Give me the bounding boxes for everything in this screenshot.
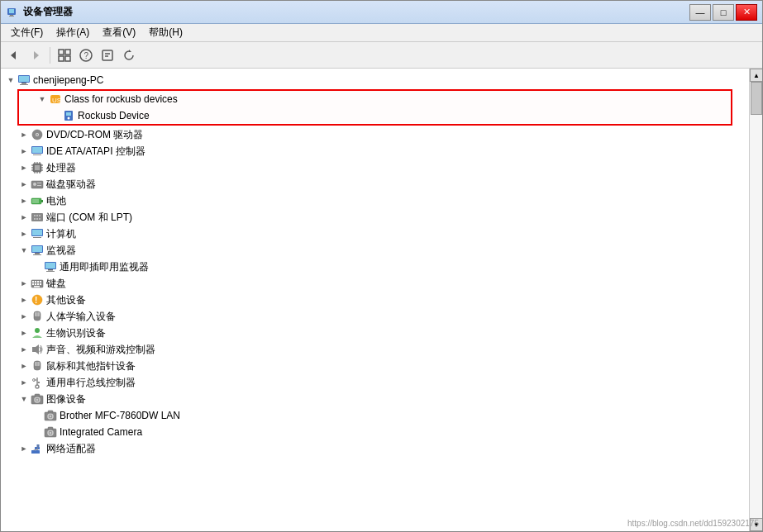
back-button[interactable] — [4, 45, 24, 65]
svg-rect-109 — [36, 450, 40, 454]
tree-node-battery[interactable]: ► 电池 — [1, 192, 749, 209]
svg-rect-23 — [66, 112, 71, 116]
svg-rect-73 — [37, 281, 39, 283]
svg-rect-2 — [10, 15, 13, 16]
svg-rect-107 — [48, 427, 53, 430]
mouse-expander[interactable]: ► — [17, 358, 31, 374]
svg-point-106 — [50, 432, 52, 435]
minimize-button[interactable]: — — [689, 4, 711, 21]
svg-point-98 — [36, 399, 39, 401]
tree-node-ide[interactable]: ► IDE ATA/ATAPI 控制器 — [1, 143, 749, 159]
tree-node-com[interactable]: ► 端口 (COM 和 LPT) — [1, 209, 749, 226]
tree-root[interactable]: ▼ chenjiepeng-PC — [1, 72, 749, 88]
tree-node-imaging[interactable]: ▼ 图像设备 — [1, 391, 749, 407]
menu-help[interactable]: 帮助(H) — [142, 24, 189, 41]
properties-button[interactable] — [98, 45, 117, 65]
scroll-track[interactable] — [750, 82, 762, 518]
bio-expander[interactable]: ► — [17, 325, 31, 341]
refresh-button[interactable] — [119, 45, 139, 65]
tree-node-sound[interactable]: ► 声音、视频和游戏控制器 — [1, 341, 749, 358]
tree-node-dvd[interactable]: ► DVD/CD-ROM 驱动器 — [1, 126, 749, 143]
tree-node-mouse[interactable]: ► 鼠标和其他指针设备 — [1, 358, 749, 374]
device-tree[interactable]: ▼ chenjiepeng-PC ▼ — [1, 69, 749, 531]
maximize-button[interactable]: □ — [713, 4, 734, 21]
window-controls: — □ ✕ — [689, 4, 757, 21]
imaging-label: 图像设备 — [46, 392, 86, 406]
monitor-label: 监视器 — [46, 244, 76, 258]
network-expander[interactable]: ► — [17, 440, 31, 457]
svg-rect-19 — [20, 84, 28, 85]
root-expander[interactable]: ▼ — [4, 72, 17, 88]
monitor-expander[interactable]: ▼ — [17, 242, 31, 259]
scroll-up[interactable]: ▲ — [750, 69, 762, 82]
other-label: 其他设备 — [46, 293, 86, 307]
svg-rect-76 — [35, 283, 36, 285]
other-expander[interactable]: ► — [17, 292, 31, 308]
svg-point-95 — [36, 385, 39, 388]
cpu-label: 处理器 — [46, 161, 76, 175]
cpu-expander[interactable]: ► — [17, 159, 31, 176]
tree-node-usb[interactable]: ► 通用串行总线控制器 — [1, 374, 749, 391]
view-button[interactable] — [55, 45, 74, 65]
disk-expander[interactable]: ► — [17, 176, 31, 192]
svg-text:USB: USB — [52, 97, 62, 104]
tree-node-monitor[interactable]: ▼ 监视器 — [1, 242, 749, 259]
tree-node-network[interactable]: ► 网络适配器 — [1, 440, 749, 457]
svg-rect-30 — [33, 154, 41, 155]
sound-expander[interactable]: ► — [17, 341, 31, 358]
menu-bar: 文件(F) 操作(A) 查看(V) 帮助(H) — [1, 24, 762, 42]
tree-node-rockusb-device[interactable]: · Rockusb Device — [19, 107, 731, 124]
generic-monitor-label: 通用即插即用监视器 — [60, 260, 149, 274]
tree-node-disk[interactable]: ► 磁盘驱动器 — [1, 176, 749, 192]
other-icon: ! — [31, 293, 44, 306]
usb-expander[interactable]: ► — [17, 374, 31, 391]
bio-label: 生物识别设备 — [46, 326, 106, 340]
hid-icon — [31, 310, 44, 323]
rockusb-expander[interactable]: ▼ — [36, 91, 49, 107]
watermark: https://blog.csdn.net/dd1592302175 — [627, 519, 759, 528]
svg-point-102 — [50, 416, 52, 418]
tree-node-other[interactable]: ► ! 其他设备 — [1, 292, 749, 308]
svg-point-85 — [35, 328, 40, 333]
svg-rect-74 — [40, 281, 41, 283]
close-button[interactable]: ✕ — [736, 4, 757, 21]
menu-action[interactable]: 操作(A) — [50, 24, 96, 41]
brother-icon — [44, 409, 57, 422]
imaging-expander[interactable]: ▼ — [17, 391, 31, 407]
mouse-label: 鼠标和其他指针设备 — [46, 359, 136, 373]
tree-node-keyboard[interactable]: ► 键盘 — [1, 275, 749, 292]
tree-node-rockusb[interactable]: ▼ USB Class for rockusb devices — [19, 91, 731, 107]
sound-icon — [31, 343, 44, 356]
menu-file[interactable]: 文件(F) — [4, 24, 50, 41]
menu-view[interactable]: 查看(V) — [96, 24, 142, 41]
com-label: 端口 (COM 和 LPT) — [46, 211, 132, 225]
scroll-thumb[interactable] — [751, 82, 762, 115]
svg-rect-8 — [59, 56, 64, 61]
tree-node-generic-monitor[interactable]: ··· 通用即插即用监视器 — [1, 259, 749, 275]
com-expander[interactable]: ► — [17, 209, 31, 226]
tree-node-intcam[interactable]: ··· Integrated Camera — [1, 424, 749, 440]
scrollbar[interactable]: ▲ ▼ — [749, 69, 762, 531]
help-button[interactable]: ? — [76, 45, 96, 65]
usb-label: 通用串行总线控制器 — [46, 376, 136, 390]
svg-point-55 — [39, 215, 41, 216]
tree-node-cpu[interactable]: ► — [1, 159, 749, 176]
tree-node-bio[interactable]: ► 生物识别设备 — [1, 325, 749, 341]
computer-expander[interactable]: ► — [17, 226, 31, 242]
dvd-expander[interactable]: ► — [17, 126, 31, 143]
ide-expander[interactable]: ► — [17, 143, 31, 159]
forward-button[interactable] — [26, 45, 45, 65]
tree-node-computer[interactable]: ► 计算机 — [1, 226, 749, 242]
mouse-icon — [31, 359, 44, 373]
svg-point-46 — [33, 183, 36, 186]
svg-rect-32 — [35, 165, 40, 170]
battery-label: 电池 — [46, 194, 66, 208]
keyboard-expander[interactable]: ► — [17, 275, 31, 292]
tree-node-brother[interactable]: ··· Brother MFC-7860DW LAN — [1, 407, 749, 424]
generic-monitor-icon — [44, 260, 57, 273]
svg-rect-29 — [32, 147, 42, 153]
tree-node-hid[interactable]: ► 人体学输入设备 — [1, 308, 749, 325]
svg-rect-47 — [37, 183, 41, 183]
battery-expander[interactable]: ► — [17, 192, 31, 209]
hid-expander[interactable]: ► — [17, 308, 31, 325]
